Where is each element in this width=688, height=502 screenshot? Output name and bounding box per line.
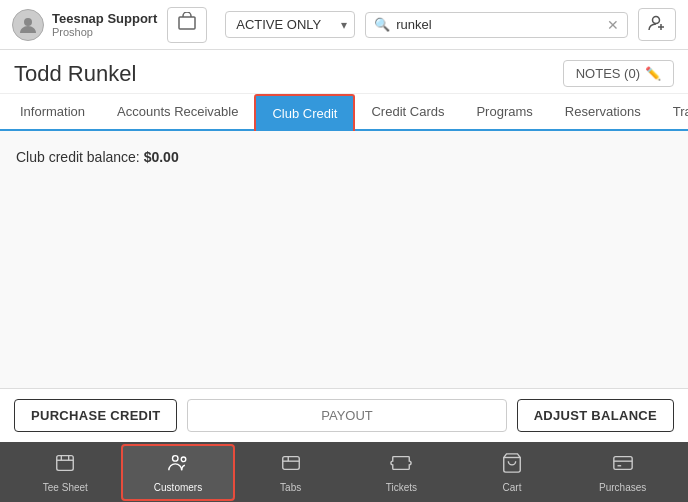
search-input[interactable] (396, 17, 601, 32)
customers-icon (167, 452, 189, 479)
purchases-icon (612, 452, 634, 479)
payout-input[interactable] (187, 399, 506, 432)
nav-tee-sheet[interactable]: Tee Sheet (10, 446, 121, 499)
user-text: Teesnap Support Proshop (52, 11, 157, 39)
balance-text: Club credit balance: $0.00 (16, 149, 672, 165)
svg-rect-1 (179, 17, 195, 29)
action-bar: PURCHASE CREDIT ADJUST BALANCE (0, 388, 688, 442)
svg-rect-11 (282, 456, 299, 469)
nav-purchases[interactable]: Purchases (567, 446, 678, 499)
tab-information[interactable]: Information (4, 94, 101, 131)
user-info: Teesnap Support Proshop (12, 9, 157, 41)
tab-reservations[interactable]: Reservations (549, 94, 657, 131)
edit-icon: ✏️ (645, 66, 661, 81)
search-box: 🔍 ✕ (365, 12, 628, 38)
nav-customers-label: Customers (154, 482, 202, 493)
tickets-icon (390, 452, 412, 479)
svg-rect-15 (614, 456, 632, 469)
nav-cart[interactable]: Cart (457, 446, 568, 499)
nav-tickets[interactable]: Tickets (346, 446, 457, 499)
tab-programs[interactable]: Programs (460, 94, 548, 131)
tab-club-credit[interactable]: Club Credit (254, 94, 355, 131)
cart-nav-icon (501, 452, 523, 479)
cart-button[interactable] (167, 7, 207, 43)
customer-header: Todd Runkel NOTES (0) ✏️ (0, 50, 688, 94)
svg-point-9 (173, 455, 179, 461)
tab-credit-cards[interactable]: Credit Cards (355, 94, 460, 131)
cart-indicator[interactable] (167, 7, 215, 43)
customer-name: Todd Runkel (14, 61, 136, 87)
tabs-bar: Information Accounts Receivable Club Cre… (0, 94, 688, 131)
user-name: Teesnap Support (52, 11, 157, 27)
top-bar: Teesnap Support Proshop ACTIVE ONLY ALL … (0, 0, 688, 50)
nav-tabs-label: Tabs (280, 482, 301, 493)
purchase-credit-button[interactable]: PURCHASE CREDIT (14, 399, 177, 432)
avatar (12, 9, 44, 41)
svg-rect-5 (57, 455, 74, 470)
tabs-icon (280, 452, 302, 479)
nav-purchases-label: Purchases (599, 482, 646, 493)
svg-point-0 (24, 18, 32, 26)
adjust-balance-button[interactable]: ADJUST BALANCE (517, 399, 674, 432)
nav-tee-sheet-label: Tee Sheet (43, 482, 88, 493)
svg-point-2 (653, 17, 660, 24)
balance-amount: $0.00 (144, 149, 179, 165)
nav-cart-label: Cart (503, 482, 522, 493)
search-clear-icon[interactable]: ✕ (607, 17, 619, 33)
nav-tickets-label: Tickets (386, 482, 417, 493)
tab-accounts-receivable[interactable]: Accounts Receivable (101, 94, 254, 131)
notes-button[interactable]: NOTES (0) ✏️ (563, 60, 674, 87)
search-icon: 🔍 (374, 17, 390, 32)
tee-sheet-icon (54, 452, 76, 479)
balance-label: Club credit balance: (16, 149, 140, 165)
notes-label: NOTES (0) (576, 66, 640, 81)
bottom-nav: Tee Sheet Customers Tabs Tickets Cart Pu… (0, 442, 688, 502)
tab-transactions[interactable]: Transactions (657, 94, 688, 131)
nav-customers[interactable]: Customers (121, 444, 236, 501)
add-user-button[interactable] (638, 8, 676, 41)
filter-select[interactable]: ACTIVE ONLY ALL INACTIVE (225, 11, 355, 38)
svg-point-10 (181, 457, 186, 462)
filter-wrapper[interactable]: ACTIVE ONLY ALL INACTIVE (225, 11, 355, 38)
nav-tabs[interactable]: Tabs (235, 446, 346, 499)
main-content: Club credit balance: $0.00 (0, 131, 688, 388)
user-subtitle: Proshop (52, 26, 157, 38)
add-user-icon (648, 14, 666, 32)
